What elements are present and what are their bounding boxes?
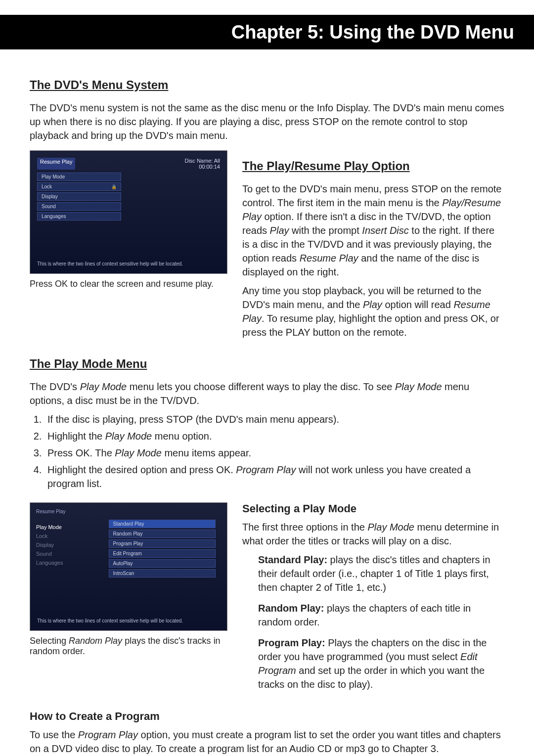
- play-mode-definitions: Standard Play: plays the disc's titles a…: [258, 553, 504, 691]
- ss1-row-languages: Languages: [37, 212, 121, 221]
- section-title-play-mode: The Play Mode Menu: [30, 357, 504, 371]
- ss1-caption: Press OK to clear the screen and resume …: [30, 279, 227, 289]
- screenshot-play-mode-figure: Resume Play Play Mode Lock Display Sound…: [30, 502, 227, 657]
- ss1-row-display: Display: [37, 192, 121, 201]
- play-resume-p2: Any time you stop playback, you will be …: [242, 284, 504, 339]
- step-2: Highlight the Play Mode menu option.: [44, 429, 504, 443]
- ss2-standard-play: Standard Play: [109, 520, 216, 528]
- ss1-disc-name: Disc Name: All: [184, 158, 220, 164]
- ss2-program-play: Program Play: [109, 539, 216, 548]
- menu-system-paragraph: The DVD's menu system is not the same as…: [30, 101, 504, 142]
- chapter-title: Chapter 5: Using the DVD Menu: [231, 22, 514, 43]
- def-program-play: Program Play: Plays the chapters on the …: [258, 636, 504, 691]
- ss2-help-note: This is where the two lines of context s…: [37, 618, 220, 623]
- ss1-time: 00:00:14: [199, 164, 220, 170]
- how-to-create-program-para: To use the Program Play option, you must…: [30, 728, 504, 756]
- selecting-play-mode-intro: The first three options in the Play Mode…: [242, 520, 504, 548]
- selecting-play-mode-title: Selecting a Play Mode: [242, 502, 504, 515]
- play-mode-intro: The DVD's Play Mode menu lets you choose…: [30, 380, 504, 407]
- def-standard-play: Standard Play: plays the disc's titles a…: [258, 553, 504, 594]
- step-1: If the disc is playing, press STOP (the …: [44, 412, 504, 426]
- screenshot-main-menu-figure: Resume Play Disc Name: All 00:00:14 Play…: [30, 150, 227, 289]
- section-title-play-resume: The Play/Resume Play Option: [242, 159, 504, 173]
- step-4: Highlight the desired option and press O…: [44, 463, 504, 490]
- ss2-top-label: Resume Play: [36, 509, 221, 514]
- def-random-play: Random Play: plays the chapters of each …: [258, 601, 504, 629]
- ss2-introscan: IntroScan: [109, 569, 216, 578]
- section-title-menu-system: The DVD's Menu System: [30, 78, 504, 92]
- how-to-create-program-title: How to Create a Program: [30, 710, 504, 723]
- screenshot-main-menu: Resume Play Disc Name: All 00:00:14 Play…: [30, 150, 227, 274]
- ss2-autoplay: AutoPlay: [109, 559, 216, 568]
- ss1-row-play-mode: Play Mode: [37, 173, 121, 181]
- chapter-header-bar: Chapter 5: Using the DVD Menu: [0, 15, 534, 49]
- ss1-help-note: This is where the two lines of context s…: [37, 261, 220, 267]
- ss2-edit-program: Edit Program: [109, 549, 216, 558]
- page-content: The DVD's Menu System The DVD's menu sys…: [0, 49, 534, 756]
- ss2-play-mode-label: Play Mode: [36, 524, 106, 530]
- play-mode-steps: If the disc is playing, press STOP (the …: [44, 412, 504, 490]
- step-3: Press OK. The Play Mode menu items appea…: [44, 446, 504, 460]
- ss1-row-sound: Sound: [37, 202, 121, 211]
- screenshot-play-mode: Resume Play Play Mode Lock Display Sound…: [30, 502, 227, 631]
- ss2-random-play: Random Play: [109, 530, 216, 538]
- ss2-caption: Selecting Random Play plays the disc's t…: [30, 636, 227, 657]
- ss1-row-lock: Lock: [37, 182, 121, 191]
- play-resume-p1: To get to the DVD's main menu, press STO…: [242, 182, 504, 279]
- ss1-resume-play: Resume Play: [37, 158, 75, 170]
